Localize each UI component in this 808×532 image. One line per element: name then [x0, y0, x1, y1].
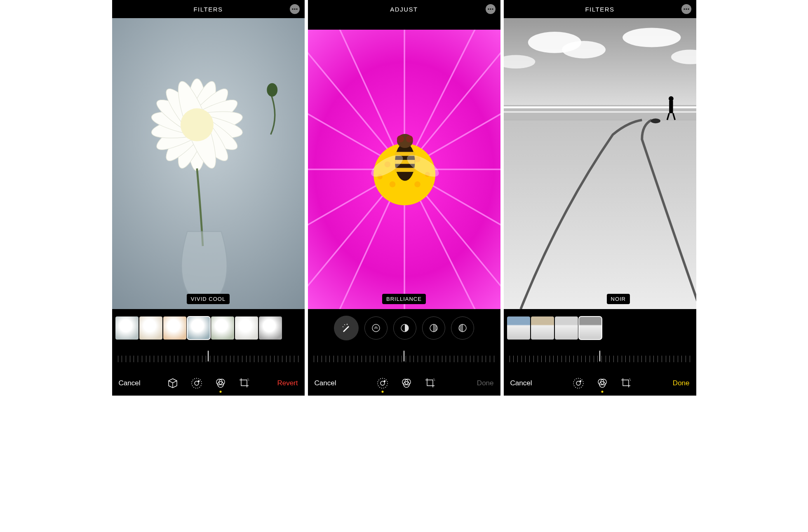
adjust-icon [573, 377, 584, 389]
filter-thumbnail[interactable] [531, 316, 554, 340]
svg-point-1 [294, 8, 295, 9]
revert-button[interactable]: Revert [277, 379, 298, 387]
beach-bw-photo [504, 18, 696, 309]
auto-enhance-button[interactable] [334, 316, 359, 340]
more-button[interactable] [290, 4, 300, 14]
cube-icon [167, 378, 178, 389]
highlights-button[interactable] [422, 316, 445, 340]
filter-thumbnail[interactable] [555, 316, 578, 340]
svg-point-30 [488, 8, 489, 9]
phone-screen-filters-vivid: FILTERS VIVID COOL [112, 0, 305, 396]
spacer [308, 18, 500, 30]
more-button[interactable] [681, 4, 691, 14]
filter-thumbnail[interactable] [139, 316, 162, 340]
shadows-button[interactable] [451, 316, 474, 340]
phone-screen-filters-noir: FILTERS NOIR [504, 0, 696, 396]
crop-button[interactable] [620, 377, 632, 389]
bottom-toolbar: Cancel Done [504, 371, 696, 396]
svg-rect-99 [504, 111, 696, 113]
highlights-icon [429, 323, 438, 333]
bottom-toolbar: Cancel Revert [112, 371, 305, 396]
adjust-button[interactable] [572, 377, 585, 389]
filter-thumbnail[interactable] [579, 316, 602, 340]
filter-thumbnails [112, 309, 305, 347]
svg-point-82 [378, 378, 388, 388]
cancel-button[interactable]: Cancel [315, 379, 336, 387]
active-dot [220, 391, 222, 393]
filter-thumbnail[interactable] [235, 316, 258, 340]
svg-point-0 [292, 8, 293, 9]
crop-button[interactable] [238, 377, 251, 389]
active-dot [601, 391, 604, 393]
svg-point-84 [384, 381, 385, 382]
filter-name-badge: VIVID COOL [187, 294, 230, 304]
svg-point-22 [180, 108, 213, 141]
filters-icon [215, 377, 226, 389]
adjust-controls [308, 309, 500, 347]
svg-point-26 [198, 381, 200, 382]
crop-button[interactable] [424, 377, 437, 389]
adjust-name-badge: BRILLIANCE [382, 294, 426, 304]
exposure-button[interactable] [364, 316, 388, 340]
intensity-slider[interactable] [504, 347, 696, 371]
svg-rect-101 [669, 101, 673, 113]
filter-thumbnail[interactable] [187, 316, 210, 340]
ellipsis-icon [488, 8, 493, 10]
crop-icon [239, 377, 250, 389]
brilliance-icon [400, 323, 409, 333]
thumbnail-row[interactable] [507, 316, 602, 340]
done-button[interactable]: Done [477, 379, 494, 387]
svg-point-53 [389, 181, 395, 187]
ellipsis-icon [684, 8, 689, 10]
svg-rect-61 [395, 168, 415, 172]
adjust-slider[interactable] [308, 347, 500, 371]
ellipsis-icon [292, 8, 298, 10]
filters-button[interactable] [596, 377, 608, 389]
svg-point-94 [622, 28, 681, 47]
photo-preview[interactable]: NOIR [504, 18, 696, 309]
topbar-title: ADJUST [390, 6, 418, 13]
cancel-button[interactable]: Cancel [119, 379, 141, 387]
bottom-toolbar: Cancel Done [308, 371, 500, 396]
thumbnail-row[interactable] [115, 316, 282, 340]
filters-icon [597, 377, 608, 389]
topbar: FILTERS [504, 0, 696, 18]
more-button[interactable] [486, 4, 496, 14]
photo-preview[interactable]: BRILLIANCE [308, 30, 500, 309]
svg-point-54 [414, 181, 420, 187]
svg-point-88 [684, 8, 685, 9]
svg-point-64 [406, 136, 413, 143]
adjust-icon [377, 377, 388, 389]
filters-button[interactable] [214, 377, 227, 389]
done-button[interactable]: Done [673, 379, 690, 387]
filters-button[interactable] [400, 377, 413, 389]
adjust-button[interactable] [190, 377, 203, 389]
tool-icons [167, 377, 251, 389]
filter-thumbnail[interactable] [115, 316, 139, 340]
brilliance-button[interactable] [393, 316, 416, 340]
filter-name-badge: NOIR [607, 294, 630, 304]
adjust-icon [191, 377, 202, 389]
cancel-button[interactable]: Cancel [510, 379, 532, 387]
topbar: ADJUST [308, 0, 500, 18]
svg-point-69 [347, 324, 348, 325]
wand-icon [341, 323, 351, 333]
tool-icons [376, 377, 437, 389]
svg-point-89 [686, 8, 687, 9]
topbar-title: FILTERS [193, 6, 223, 13]
adjust-button[interactable] [376, 377, 389, 389]
filter-thumbnail[interactable] [507, 316, 530, 340]
crop-icon [620, 377, 632, 389]
filter-thumbnail[interactable] [163, 316, 186, 340]
topbar-title: FILTERS [585, 6, 614, 13]
live-photo-button[interactable] [167, 377, 179, 389]
photo-preview[interactable]: VIVID COOL [112, 18, 305, 309]
intensity-slider[interactable] [112, 347, 305, 371]
filter-thumbnail[interactable] [259, 316, 282, 340]
svg-point-31 [490, 8, 491, 9]
filter-thumbnail[interactable] [211, 316, 234, 340]
svg-point-23 [267, 83, 277, 97]
svg-point-24 [192, 378, 202, 388]
crop-icon [425, 377, 436, 389]
filter-thumbnails [504, 309, 696, 347]
